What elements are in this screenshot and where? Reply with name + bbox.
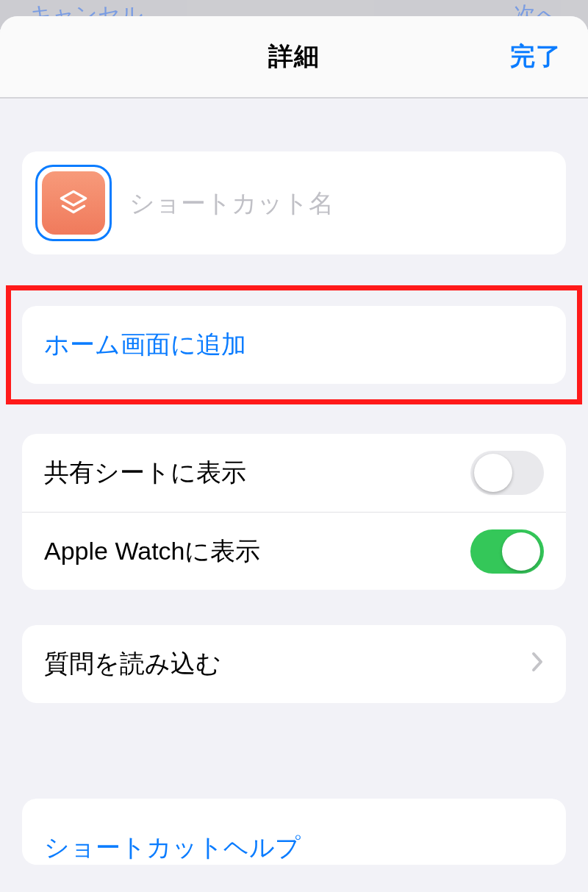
toggle-knob (502, 532, 540, 571)
add-to-home-label: ホーム画面に追加 (44, 328, 246, 362)
apple-watch-row: Apple Watchに表示 (22, 512, 566, 590)
share-sheet-label: 共有シートに表示 (44, 456, 246, 490)
shortcut-name-input[interactable] (128, 181, 553, 225)
done-button[interactable]: 完了 (510, 40, 562, 74)
toggle-knob (474, 454, 512, 492)
apple-watch-toggle[interactable] (470, 529, 544, 574)
import-questions-button[interactable]: 質問を読み込む (22, 625, 566, 703)
shortcut-help-button[interactable]: ショートカットヘルプ (22, 799, 566, 865)
display-options-group: 共有シートに表示 Apple Watchに表示 (22, 434, 566, 590)
add-to-home-group: ホーム画面に追加 (22, 306, 566, 384)
chevron-right-icon (531, 650, 544, 679)
details-sheet: 詳細 完了 ホーム画面に追加 (0, 16, 588, 892)
shortcut-help-label: ショートカットヘルプ (44, 831, 301, 865)
add-to-home-button[interactable]: ホーム画面に追加 (22, 306, 566, 384)
share-sheet-row: 共有シートに表示 (22, 434, 566, 512)
content: ホーム画面に追加 共有シートに表示 Apple Watchに表示 質問 (0, 151, 588, 865)
import-questions-label: 質問を読み込む (44, 647, 221, 681)
shortcut-name-row (22, 151, 566, 254)
shortcut-name-group (22, 151, 566, 254)
import-questions-group: 質問を読み込む (22, 625, 566, 703)
share-sheet-toggle[interactable] (470, 451, 544, 495)
apple-watch-label: Apple Watchに表示 (44, 535, 261, 568)
highlight-box: ホーム画面に追加 (22, 299, 566, 391)
stack-icon (42, 171, 105, 235)
navbar-title: 詳細 (268, 40, 320, 74)
shortcut-icon-button[interactable] (35, 165, 112, 241)
help-group: ショートカットヘルプ (22, 799, 566, 865)
navbar: 詳細 完了 (0, 16, 588, 99)
